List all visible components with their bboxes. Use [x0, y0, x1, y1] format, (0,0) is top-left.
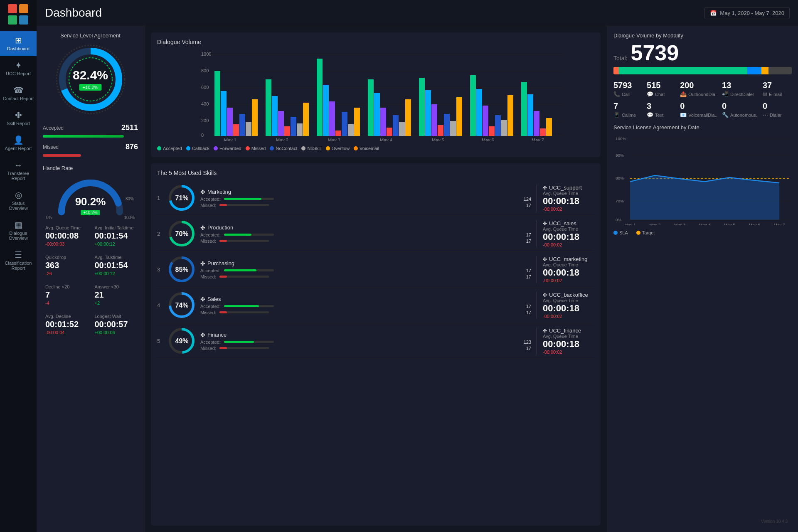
modality-item-3: 13 📲 DirectDialer	[722, 81, 759, 97]
skill-num-4: 5	[157, 338, 163, 344]
missed-bar	[43, 154, 81, 157]
mod-value-9: 0	[763, 101, 792, 111]
modality-item-5: 7 📱 Callme	[613, 101, 643, 118]
mod-value-6: 3	[647, 101, 676, 111]
mod-label-8: 🔧 Autonomous..	[722, 112, 759, 118]
sidebar-item-agent[interactable]: 👤 Agent Report	[0, 131, 37, 156]
mod-value-4: 37	[763, 81, 792, 90]
skill-icon: ✤	[15, 111, 22, 119]
skill-circle-3: 74%	[168, 292, 195, 319]
svg-text:800: 800	[201, 68, 209, 73]
metric-4-change: -4	[45, 300, 86, 305]
logo-sq-blue	[19, 15, 28, 25]
svg-rect-56	[495, 115, 501, 136]
svg-text:May 5: May 5	[432, 138, 444, 141]
mod-label-2: 📤 OutboundDia..	[680, 91, 718, 97]
sidebar-label-ucc: UCC Report	[6, 71, 31, 76]
svg-rect-55	[489, 126, 495, 136]
svg-text:1000: 1000	[201, 52, 211, 57]
skill-circle-1: 70%	[168, 220, 195, 247]
metric-7-label: Longest Wait	[95, 314, 136, 319]
classification-icon: ☰	[15, 251, 22, 259]
skill-pct-3: 74%	[175, 302, 188, 309]
sidebar-item-ucc[interactable]: ✦ UCC Report	[0, 56, 37, 81]
sidebar-label-dialogue: Dialogue Overview	[2, 231, 34, 241]
svg-rect-24	[266, 79, 271, 136]
svg-text:May 4: May 4	[380, 138, 392, 141]
skill-qchange-0: -00:00:02	[543, 207, 594, 212]
svg-rect-33	[329, 101, 335, 136]
date-range[interactable]: 📅 May 1, 2020 - May 7, 2020	[704, 7, 790, 19]
contact-icon: ☎	[13, 86, 24, 94]
metric-5-change: +2	[95, 300, 136, 305]
sidebar-item-transferee[interactable]: ↔ Transferee Report	[0, 156, 37, 186]
svg-text:90%: 90%	[616, 153, 624, 158]
status-icon: ◎	[15, 191, 22, 199]
skill-details-2: ✤Purchasing Accepted: 17 Missed: 17	[200, 260, 531, 279]
metric-2: Quickdrop 363 -26	[43, 252, 89, 278]
svg-rect-20	[233, 124, 239, 136]
metrics-grid: Avg. Queue Time 00:00:08 -00:00:03 Avg. …	[43, 223, 138, 337]
metric-1-change: +00:00:12	[95, 241, 136, 246]
svg-text:May 1: May 1	[624, 222, 636, 225]
svg-text:May 7: May 7	[532, 138, 544, 141]
skill-right-name-0: ✤UCC_support	[543, 185, 594, 191]
sidebar-item-status[interactable]: ◎ Status Overview	[0, 186, 37, 216]
dialogue-icon: ▦	[15, 221, 22, 229]
handle-mid: 80%	[126, 197, 134, 201]
mod-label-7: 📧 VoicemailDia..	[680, 112, 718, 118]
sidebar-label-dashboard: Dashboard	[7, 46, 30, 51]
skill-acc-1: Accepted: 17	[200, 232, 531, 237]
skill-row-0: 1 71% ✤Marketing Accepted: 124 Missed: 1…	[157, 180, 594, 216]
metric-6: Avg. Decline 00:01:52 -00:00:04	[43, 311, 89, 337]
legend-sla: SLA	[613, 230, 628, 235]
metric-3-change: +00:00:12	[95, 271, 136, 276]
svg-rect-26	[278, 111, 284, 136]
skill-qchange-3: -00:00:02	[543, 314, 594, 319]
svg-rect-40	[380, 108, 386, 136]
sidebar-item-dashboard[interactable]: ⊞ Dashboard	[0, 31, 37, 56]
legend-missed: Missed	[246, 146, 266, 151]
skill-right-2: ✤UCC_marketing Avg. Queue Time 00:00:18 …	[536, 256, 594, 283]
sidebar-item-skill[interactable]: ✤ Skill Report	[0, 106, 37, 131]
sidebar-item-dialogue[interactable]: ▦ Dialogue Overview	[0, 216, 37, 246]
metric-3-label: Avg. Talktime	[95, 255, 136, 260]
svg-text:May 2: May 2	[649, 222, 661, 225]
modality-grid: 5793 📞 Call 515 💬 Chat 200 📤 OutboundDia…	[613, 81, 792, 118]
svg-rect-61	[534, 111, 539, 136]
app-logo	[8, 4, 29, 25]
svg-text:May 3: May 3	[328, 138, 340, 141]
svg-rect-41	[387, 128, 392, 136]
sidebar-item-classification[interactable]: ☰ Classification Report	[0, 246, 37, 276]
metric-0-label: Avg. Queue Time	[45, 225, 86, 230]
legend-voicemail: Voicemail	[354, 146, 379, 151]
svg-rect-28	[291, 117, 296, 136]
mod-value-1: 515	[647, 81, 676, 90]
handle-rate-section: Handle Rate 90.2% +10.2% 0% 80% 100%	[43, 165, 138, 218]
metric-0-value: 00:00:08	[45, 231, 86, 241]
skill-qchange-4: -00:00:02	[543, 350, 594, 355]
skill-right-0: ✤UCC_support Avg. Queue Time 00:00:18 -0…	[536, 185, 594, 212]
svg-rect-44	[405, 99, 411, 136]
skill-pct-0: 71%	[175, 195, 188, 202]
metric-6-label: Avg. Decline	[45, 314, 86, 319]
gauge-center: 82.4% +10.2%	[73, 68, 108, 91]
calendar-icon: 📅	[710, 10, 717, 16]
legend-forwarded: Forwarded	[214, 146, 241, 151]
skill-queue-3: 00:00:18	[543, 303, 594, 314]
handle-min: 0%	[46, 215, 52, 220]
handle-rate-title: Handle Rate	[43, 165, 138, 171]
handle-change: +10.2%	[81, 210, 100, 215]
skill-miss-3: Missed: 17	[200, 310, 531, 315]
svg-rect-27	[284, 126, 290, 136]
skill-row-2: 3 85% ✤Purchasing Accepted: 17 Missed: 1…	[157, 252, 594, 288]
skill-circle-4: 49%	[168, 328, 195, 355]
sidebar-item-contact[interactable]: ☎ Contact Report	[0, 81, 37, 106]
skill-row-3: 4 74% ✤Sales Accepted: 17 Missed: 17	[157, 288, 594, 323]
metric-0-change: -00:00:03	[45, 241, 86, 246]
modality-title: Dialogue Volume by Modality	[613, 32, 792, 39]
svg-text:May 4: May 4	[699, 222, 711, 225]
mod-label-5: 📱 Callme	[613, 112, 643, 118]
svg-rect-37	[354, 108, 360, 136]
sla-change: +10.2%	[79, 84, 102, 91]
